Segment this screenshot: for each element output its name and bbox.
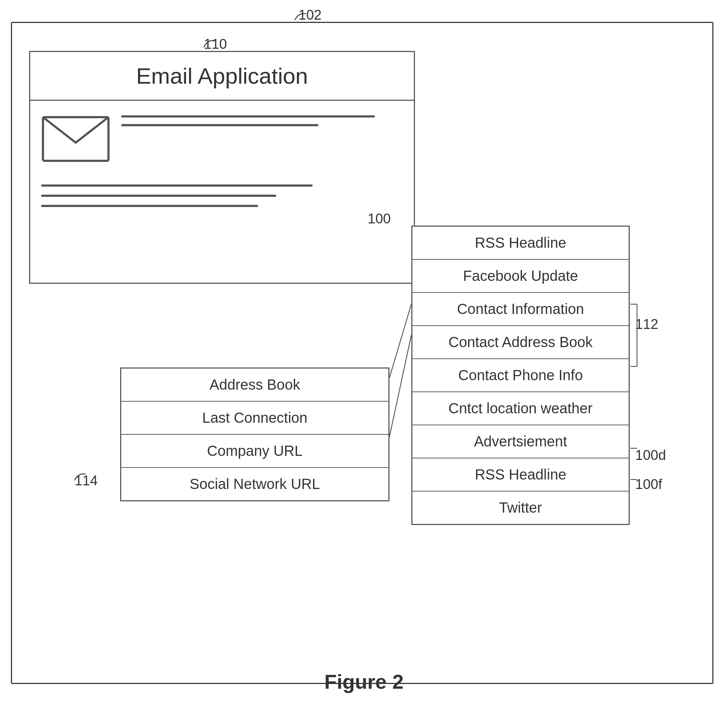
- ref-label-100: 100: [368, 211, 391, 227]
- ref-label-100f: 100f: [635, 477, 662, 492]
- list-item-advertisement: Advertsiement: [413, 425, 629, 458]
- email-body-lines: [30, 177, 414, 214]
- list-item-twitter: Twitter: [413, 492, 629, 524]
- email-line-1: [121, 115, 375, 118]
- email-header-lines: [121, 112, 403, 126]
- figure-label: Figure 2: [0, 670, 728, 693]
- body-line-1: [41, 184, 313, 187]
- ref-label-114: 114: [75, 473, 97, 489]
- email-app-body: [30, 101, 414, 177]
- list-item-contact-phone-info: Contact Phone Info: [413, 359, 629, 392]
- address-book-box: Address Book Last Connection Company URL…: [120, 367, 389, 501]
- list-item-contact-address-book: Contact Address Book: [413, 326, 629, 359]
- list-item-cntct-location-weather: Cntct location weather: [413, 392, 629, 425]
- addr-item-company-url: Company URL: [121, 435, 388, 468]
- ref-label-112: 112: [635, 316, 658, 332]
- ref-label-100d: 100d: [635, 447, 666, 463]
- list-item-rss-headline-2: RSS Headline: [413, 458, 629, 492]
- addr-item-social-network-url: Social Network URL: [121, 468, 388, 500]
- email-app-title-row: Email Application: [30, 52, 414, 101]
- ref-label-110: 110: [204, 36, 227, 52]
- main-list-box: RSS Headline Facebook Update Contact Inf…: [411, 226, 630, 525]
- addr-item-last-connection: Last Connection: [121, 402, 388, 435]
- body-line-2: [41, 194, 276, 197]
- email-application-box: Email Application: [29, 51, 415, 284]
- list-item-facebook-update: Facebook Update: [413, 260, 629, 293]
- addr-item-address-book: Address Book: [121, 369, 388, 402]
- list-item-rss-headline-1: RSS Headline: [413, 227, 629, 260]
- email-line-2: [121, 124, 318, 126]
- email-app-title: Email Application: [136, 63, 308, 88]
- body-line-3: [41, 205, 258, 207]
- list-item-contact-information: Contact Information: [413, 293, 629, 326]
- envelope-icon: [41, 112, 110, 166]
- ref-label-102: 102: [298, 7, 321, 23]
